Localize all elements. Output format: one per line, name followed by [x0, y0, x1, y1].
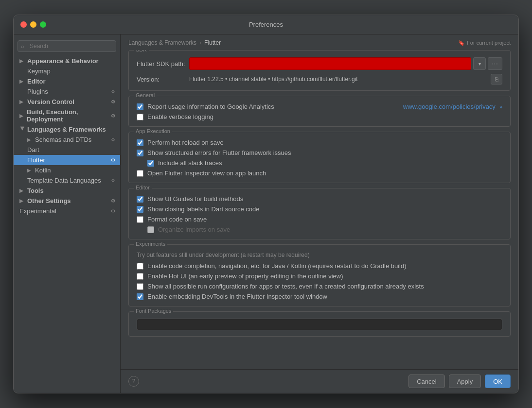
schemas-icon: ⚙ [109, 136, 116, 143]
expand-arrow-icon: ▶ [27, 168, 33, 173]
help-button[interactable]: ? [128, 376, 139, 387]
experiments-section-content: Try out features still under development… [129, 245, 510, 306]
sidebar-item-experimental[interactable]: Experimental ⚙ [14, 206, 120, 216]
format-on-save-checkbox[interactable] [137, 216, 143, 223]
search-box[interactable]: ⌕ [18, 40, 116, 52]
sidebar-item-languages[interactable]: ▶ Languages & Frameworks [14, 124, 120, 135]
devtools-label[interactable]: Enable embedding DevTools in the Flutter… [147, 293, 327, 300]
hot-reload-checkbox[interactable] [137, 139, 143, 146]
analytics-label[interactable]: Report usage information to Google Analy… [147, 103, 274, 110]
project-badge: 🔖 For current project [458, 40, 511, 46]
devtools-checkbox[interactable] [137, 293, 143, 300]
expand-arrow-icon: ▶ [19, 79, 25, 84]
expand-arrow-icon: ▶ [20, 127, 25, 133]
ui-guides-row: Show UI Guides for build methods [137, 195, 502, 203]
stack-traces-label[interactable]: Include all stack traces [158, 159, 222, 167]
run-configs-label[interactable]: Show all possible run configurations for… [147, 283, 424, 290]
hot-ui-checkbox[interactable] [137, 273, 143, 280]
stack-traces-checkbox[interactable] [147, 160, 154, 167]
sidebar-item-template-data[interactable]: Template Data Languages ⚙ [14, 175, 120, 186]
editor-section-label: Editor [134, 185, 152, 190]
right-panel: Languages & Frameworks › Flutter 🔖 For c… [121, 34, 518, 393]
sidebar-item-label: Build, Execution, Deployment [27, 108, 108, 123]
sidebar-item-editor[interactable]: ▶ Editor [14, 76, 120, 86]
sidebar-item-schemas[interactable]: ▶ Schemas and DTDs ⚙ [14, 135, 120, 145]
minimize-button[interactable] [30, 21, 36, 28]
run-configs-checkbox[interactable] [137, 283, 143, 290]
bookmark-icon: 🔖 [458, 40, 465, 46]
closing-labels-label[interactable]: Show closing labels in Dart source code [147, 205, 260, 213]
organize-imports-checkbox[interactable] [147, 226, 154, 233]
sidebar-item-kotlin[interactable]: ▶ Kotlin [14, 165, 120, 175]
general-section: General Report usage information to Goog… [128, 96, 511, 127]
preferences-window: Preferences ⌕ ▶ Appearance & Behavior Ke… [13, 15, 519, 393]
analytics-checkbox[interactable] [137, 103, 143, 110]
copy-version-button[interactable]: ⎘ [491, 74, 502, 85]
dots-icon: ··· [492, 60, 498, 67]
sidebar-item-dart[interactable]: Dart [14, 145, 120, 155]
verbose-label[interactable]: Enable verbose logging [147, 113, 213, 120]
sidebar-item-build[interactable]: ▶ Build, Execution, Deployment ⚙ [14, 107, 120, 124]
sidebar-item-tools[interactable]: ▶ Tools [14, 186, 120, 196]
verbose-checkbox[interactable] [137, 114, 143, 120]
ui-guides-checkbox[interactable] [137, 196, 143, 203]
ok-button[interactable]: OK [485, 374, 511, 388]
close-button[interactable] [20, 21, 27, 28]
inspector-label[interactable]: Open Flutter Inspector view on app launc… [147, 170, 266, 177]
code-completion-label[interactable]: Enable code completion, navigation, etc.… [147, 262, 407, 270]
cancel-button[interactable]: Cancel [408, 374, 444, 388]
sidebar-item-label: Kotlin [35, 167, 51, 174]
sidebar-item-appearance[interactable]: ▶ Appearance & Behavior [14, 56, 120, 66]
general-section-content: Report usage information to Google Analy… [129, 96, 510, 126]
breadcrumb-separator: › [199, 39, 201, 46]
expand-arrow-icon: ▶ [19, 188, 25, 193]
breadcrumb-current: Flutter [204, 39, 221, 46]
structured-errors-checkbox[interactable] [137, 150, 143, 156]
privacy-link[interactable]: www.google.com/policies/privacy [403, 103, 496, 110]
bottom-buttons: Cancel Apply OK [408, 374, 511, 388]
organize-imports-label[interactable]: Organize imports on save [158, 226, 230, 233]
app-execution-content: Perform hot reload on save Show structur… [129, 132, 510, 183]
sidebar-item-label: Editor [27, 78, 46, 85]
sdk-path-input[interactable] [189, 57, 471, 70]
format-on-save-row: Format code on save [137, 216, 502, 223]
sdk-section: SDK Flutter SDK path: ▾ ··· [128, 50, 511, 91]
sidebar-item-label: Flutter [27, 156, 45, 164]
sidebar-item-keymap[interactable]: Keymap [14, 66, 120, 76]
hot-reload-label[interactable]: Perform hot reload on save [147, 139, 224, 146]
window-title: Preferences [249, 21, 283, 28]
closing-labels-checkbox[interactable] [137, 206, 143, 213]
hot-ui-label[interactable]: Enable Hot UI (an early preview of prope… [147, 272, 343, 280]
inspector-checkbox[interactable] [137, 170, 143, 177]
sidebar: ⌕ ▶ Appearance & Behavior Keymap ▶ Edito… [14, 34, 121, 393]
ui-guides-label[interactable]: Show UI Guides for build methods [147, 195, 243, 203]
sdk-section-label: SDK [134, 50, 149, 52]
format-on-save-label[interactable]: Format code on save [147, 216, 207, 223]
apply-button[interactable]: Apply [449, 374, 481, 388]
font-packages-label: Font Packages [134, 308, 173, 314]
sidebar-item-plugins[interactable]: Plugins ⚙ [14, 86, 120, 97]
sidebar-item-label: Version Control [27, 98, 74, 105]
sdk-dropdown-button[interactable]: ▾ [473, 57, 486, 70]
font-packages-input[interactable] [137, 319, 502, 330]
breadcrumb: Languages & Frameworks › Flutter 🔖 For c… [121, 34, 518, 50]
sidebar-item-other-settings[interactable]: ▶ Other Settings ⚙ [14, 196, 120, 206]
expand-arrow-icon: ▶ [27, 137, 33, 142]
editor-section: Editor Show UI Guides for build methods … [128, 188, 511, 239]
maximize-button[interactable] [40, 21, 46, 28]
organize-imports-row: Organize imports on save [137, 226, 502, 233]
inspector-row: Open Flutter Inspector view on app launc… [137, 170, 502, 177]
run-configs-row: Show all possible run configurations for… [137, 283, 502, 290]
code-completion-checkbox[interactable] [137, 263, 143, 270]
sidebar-item-version-control[interactable]: ▶ Version Control ⚙ [14, 97, 120, 107]
sidebar-item-flutter[interactable]: Flutter ⚙ [14, 155, 120, 165]
project-badge-text: For current project [467, 40, 511, 46]
sidebar-item-label: Tools [27, 187, 44, 194]
devtools-row: Enable embedding DevTools in the Flutter… [137, 293, 502, 300]
sdk-browse-button[interactable]: ··· [488, 57, 502, 70]
sdk-section-content: Flutter SDK path: ▾ ··· [129, 51, 510, 90]
structured-errors-label[interactable]: Show structured errors for Flutter frame… [147, 149, 291, 156]
main-content: ⌕ ▶ Appearance & Behavior Keymap ▶ Edito… [14, 34, 518, 393]
search-input[interactable] [18, 40, 116, 52]
search-icon: ⌕ [21, 43, 24, 49]
